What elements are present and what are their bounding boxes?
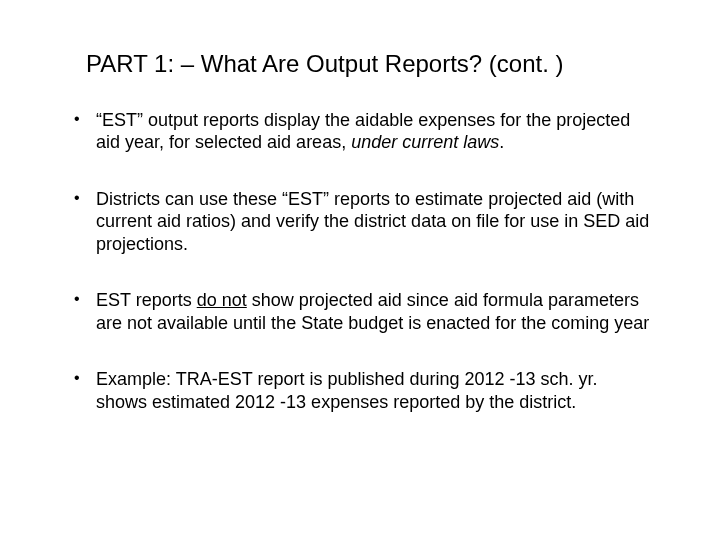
bullet-text-post: .: [499, 132, 504, 152]
bullet-text-pre: Districts can use these “EST” reports to…: [96, 189, 649, 254]
list-item: Example: TRA-EST report is published dur…: [70, 368, 650, 413]
slide-title: PART 1: – What Are Output Reports? (cont…: [86, 50, 650, 79]
bullet-text-underline: do not: [197, 290, 247, 310]
list-item: EST reports do not show projected aid si…: [70, 289, 650, 334]
list-item: Districts can use these “EST” reports to…: [70, 188, 650, 256]
bullet-text-pre: EST reports: [96, 290, 197, 310]
bullet-text-italic: under current laws: [351, 132, 499, 152]
bullet-text-pre: Example: TRA-EST report is published dur…: [96, 369, 598, 412]
bullet-list: “EST” output reports display the aidable…: [70, 109, 650, 414]
list-item: “EST” output reports display the aidable…: [70, 109, 650, 154]
slide: PART 1: – What Are Output Reports? (cont…: [0, 0, 720, 540]
